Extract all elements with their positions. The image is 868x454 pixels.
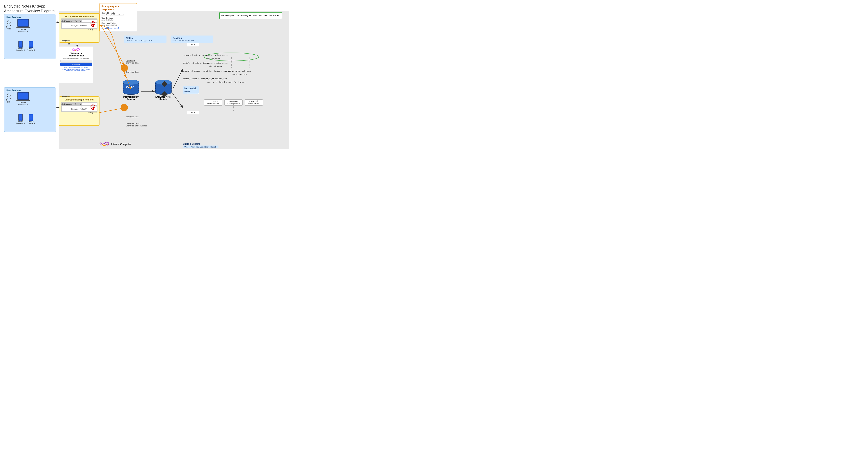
update-get-label: Update/get Encrypted Data (126, 60, 138, 64)
ic-infinity-logo (99, 141, 110, 147)
svg-point-21 (92, 23, 94, 25)
enc-canister-icon (154, 79, 173, 95)
svg-rect-2 (18, 20, 28, 26)
encryption-icon-top (89, 21, 97, 28)
code-area: encrypted_note = encrypt(serialized_note… (183, 54, 286, 84)
svg-point-24 (92, 25, 93, 26)
ic-logo-area: Internet Computer (99, 141, 131, 147)
laptop-icon-alice (17, 19, 30, 29)
user-devices-top: User Devices Alice Device APrivateKey A (4, 14, 56, 59)
svg-rect-12 (18, 93, 28, 99)
person-icon-alice (6, 21, 11, 28)
enc-secret-c: Encrypted- SharedSecretC (245, 99, 263, 105)
svg-point-48 (155, 90, 172, 94)
frontend-top-box: Encrypted Notes Front-End ← → ↻ ⌂ Encryp… (59, 13, 99, 43)
svg-rect-18 (29, 115, 32, 120)
diagram-container: Encrypted Notes IC dApp Architecture Ove… (0, 0, 289, 152)
svg-point-16 (20, 120, 21, 121)
phone-c-alice (29, 41, 33, 48)
diagram-title: Encrypted Notes IC dApp Architecture Ove… (4, 4, 55, 13)
ii-canister: Internet Identity Canister (122, 79, 140, 100)
alice-label-top: Alice (187, 43, 199, 46)
svg-rect-15 (19, 115, 22, 120)
shared-secrets-section: Shared Secrets User → Array<EncryptedSha… (183, 142, 218, 148)
svg-point-30 (92, 108, 93, 109)
notes-info-box: Notes User → NoteId → EncryptedText (124, 35, 166, 43)
svg-point-9 (30, 47, 31, 47)
svg-point-0 (7, 21, 10, 24)
internet-identity-box: Welcome to Internet Identity Provide an … (59, 47, 93, 83)
encrypted-data-bottom-label: Encrypted Data (126, 116, 138, 118)
delegation-bottom-label: Delegation (61, 95, 70, 97)
devices-info-box: Devices User → Array<PublicKey> (170, 35, 213, 43)
nextnote-section: NextNoteId NoteId (183, 86, 199, 94)
svg-rect-3 (17, 27, 30, 28)
enc-canister: Encrypted Notes Canister (154, 79, 173, 100)
svg-rect-5 (19, 42, 22, 46)
phone-c-bob (29, 114, 33, 121)
enc-secret-a: Encrypted- SharedSecretA (204, 99, 222, 105)
laptop-icon-bob (17, 92, 30, 102)
svg-rect-8 (29, 42, 32, 46)
svg-point-40 (123, 80, 139, 85)
svg-point-39 (123, 90, 139, 94)
frontend-bottom-box: Encrypted Notes Front-end ← → ↻ ⌂ Encryp… (59, 96, 99, 126)
svg-point-19 (30, 120, 31, 121)
person-icon-bob (6, 94, 11, 101)
auth-request-bottom-label: Auth. request (61, 103, 72, 105)
enc-notes-secrets-label: Encrypted Notes Encrypted Shared Secrets (126, 123, 147, 127)
svg-rect-13 (17, 100, 30, 101)
phone-b-bob (18, 114, 23, 121)
user-devices-bottom: User Devices Bob Device APrivateKey A (4, 87, 56, 132)
green-info-box: Data encrypted / decrypted by Front-End … (219, 12, 282, 19)
svg-point-27 (92, 106, 94, 108)
alice-label-bottom: Alice (187, 110, 199, 114)
delegation-top-label: Delegation (61, 40, 70, 42)
svg-point-6 (20, 47, 21, 47)
ii-infinity-logo (72, 48, 80, 52)
query-box: Example query responses Shared Secrets A… (99, 3, 137, 31)
encrypted-data-top-label: Encrypted Data (126, 71, 138, 73)
ii-canister-icon (122, 79, 140, 95)
svg-point-10 (7, 94, 10, 97)
encryption-icon-bottom (89, 104, 97, 111)
auth-request-top-label: Auth. request (61, 20, 72, 22)
svg-point-49 (155, 80, 172, 85)
enc-secret-b: Encrypted- SharedSecretB (224, 99, 243, 105)
phone-b-alice (18, 41, 23, 48)
